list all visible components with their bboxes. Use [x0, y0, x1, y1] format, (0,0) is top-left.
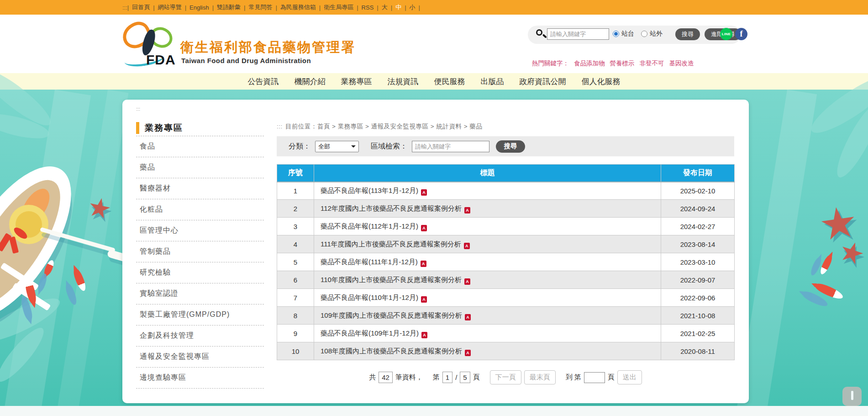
- document-link[interactable]: 111年度國內上市後藥品不良反應通報案例分析: [321, 240, 461, 248]
- sidebar-item-gmp-gdp[interactable]: 製藥工廠管理(GMP/GDP): [136, 304, 264, 325]
- site-title-chinese: 衛生福利部食品藥物管理署: [180, 38, 356, 57]
- sidebar-item-border-inspection[interactable]: 邊境查驗專區: [136, 368, 264, 389]
- publish-date: 2023-08-14: [661, 235, 735, 253]
- document-link[interactable]: 藥品不良品年報(111年1月-12月): [321, 258, 418, 266]
- category-select[interactable]: 全部: [315, 141, 359, 152]
- region-search-label: 區域檢索：: [371, 142, 407, 151]
- nav-about[interactable]: 機關介紹: [295, 76, 326, 87]
- column-header-no: 序號: [277, 165, 314, 182]
- sidebar-item-lab-accreditation[interactable]: 實驗室認證: [136, 283, 264, 304]
- hot-keyword-nutrition-label[interactable]: 營養標示: [610, 59, 635, 68]
- search-icon: [536, 29, 542, 36]
- next-page-button[interactable]: 下一頁: [490, 370, 521, 384]
- sidebar-item-drugs[interactable]: 藥品: [136, 157, 264, 178]
- topbar-link-home[interactable]: 回首頁: [129, 3, 153, 11]
- row-number: 9: [277, 325, 314, 342]
- hot-keyword-gmo[interactable]: 基因改造: [669, 59, 694, 68]
- nav-personalized-services[interactable]: 個人化服務: [582, 76, 621, 87]
- nav-regulations[interactable]: 法規資訊: [388, 76, 419, 87]
- sidebar-item-planning-tech[interactable]: 企劃及科技管理: [136, 325, 264, 347]
- goto-suffix: 頁: [608, 373, 615, 382]
- category-label: 分類：: [289, 142, 310, 151]
- site-search-input[interactable]: [547, 28, 609, 40]
- logo-fda-text: FDA: [146, 52, 176, 68]
- nav-business-zone[interactable]: 業務專區: [341, 76, 372, 87]
- publish-date: 2020-08-11: [661, 342, 735, 360]
- document-link[interactable]: 藥品不良品年報(110年1月-12月): [321, 293, 418, 301]
- total-prefix: 共: [369, 373, 376, 382]
- hot-keyword-registration[interactable]: 非登不可: [640, 59, 664, 68]
- topbar-link-font-large[interactable]: 大: [379, 3, 391, 11]
- document-link[interactable]: 藥品不良品年報(112年1月-12月): [321, 222, 418, 230]
- sidebar-item-medical-devices[interactable]: 醫療器材: [136, 178, 264, 199]
- table-row: 10 108年度國內上市後藥品不良反應通報案例分析A 2020-08-11: [277, 342, 735, 360]
- publish-date: 2025-02-10: [661, 182, 735, 200]
- skip-link: :::: [277, 123, 283, 130]
- pdf-icon: A: [464, 278, 470, 285]
- goto-prefix: 到 第: [566, 373, 581, 382]
- footer-strip: [0, 406, 868, 416]
- table-row: 7 藥品不良品年報(110年1月-12月)A 2022-09-06: [277, 289, 735, 307]
- sidebar: 業務專區 食品 藥品 醫療器材 化粧品 區管理中心 管制藥品 研究檢驗 實驗室認…: [136, 120, 264, 389]
- pdf-icon: A: [421, 261, 426, 267]
- document-link[interactable]: 藥品不良品年報(113年1月-12月): [321, 187, 418, 194]
- table-row: 2 112年度國內上市後藥品不良反應通報案例分析A 2024-09-24: [277, 200, 735, 218]
- document-link[interactable]: 112年度國內上市後藥品不良反應通報案例分析: [321, 204, 462, 212]
- site-header: FDA 衛生福利部食品藥物管理署 Taiwan Food and Drug Ad…: [0, 15, 868, 73]
- publish-date: 2023-03-10: [661, 253, 735, 271]
- radio-site-search[interactable]: [613, 31, 619, 37]
- page-suffix: 頁: [473, 373, 480, 382]
- document-link[interactable]: 108年度國內上市後藥品不良反應通報案例分析: [321, 347, 462, 355]
- filter-search-button[interactable]: 搜尋: [496, 140, 525, 153]
- row-number: 8: [277, 307, 314, 325]
- pdf-icon: A: [421, 225, 427, 231]
- skip-link: :::: [122, 4, 127, 11]
- total-pages: 5: [460, 372, 470, 383]
- document-link[interactable]: 110年度國內上市後藥品不良反應通報案例分析: [321, 276, 462, 283]
- nav-announcements[interactable]: 公告資訊: [248, 76, 279, 87]
- document-link[interactable]: 藥品不良品年報(109年1月-12月): [321, 329, 419, 337]
- hot-keywords: 熱門關鍵字： 食品添加物 營養標示 非登不可 基因改造: [532, 59, 694, 68]
- sidebar-title: 業務專區: [145, 122, 183, 134]
- facebook-icon[interactable]: f: [735, 28, 747, 40]
- sidebar-item-reporting-safety-monitoring[interactable]: 通報及安全監視專區: [136, 347, 264, 368]
- last-page-button[interactable]: 最末頁: [524, 370, 556, 384]
- topbar-link-faq[interactable]: 常見問答: [245, 3, 275, 11]
- filter-bar: 分類： 全部 區域檢索： 搜尋: [277, 136, 734, 156]
- topbar-link-health-bureau-zone[interactable]: 衛生局專區: [321, 3, 357, 11]
- page-slash: /: [455, 373, 457, 381]
- scroll-to-top-button[interactable]: [842, 387, 862, 406]
- sidebar-item-food[interactable]: 食品: [136, 136, 264, 157]
- row-number: 10: [277, 342, 314, 360]
- nav-public-services[interactable]: 便民服務: [434, 76, 465, 87]
- sidebar-item-cosmetics[interactable]: 化粧品: [136, 199, 264, 220]
- radio-external-search[interactable]: [641, 31, 647, 37]
- topbar-link-rss[interactable]: RSS: [358, 4, 377, 11]
- sidebar-item-research-testing[interactable]: 研究檢驗: [136, 262, 264, 283]
- top-utility-bar: ::: |回首頁 |網站導覽 |English |雙語辭彙 |常見問答 |為民服…: [0, 0, 868, 15]
- line-icon[interactable]: LINE: [720, 28, 732, 40]
- hot-keyword-food-additives[interactable]: 食品添加物: [574, 59, 605, 68]
- document-link[interactable]: 109年度國內上市後藥品不良反應通報案例分析: [321, 311, 462, 319]
- table-row: 6 110年度國內上市後藥品不良反應通報案例分析A 2022-09-07: [277, 271, 735, 289]
- goto-submit-button[interactable]: 送出: [617, 370, 642, 384]
- region-search-input[interactable]: [412, 141, 489, 152]
- table-row: 3 藥品不良品年報(112年1月-12月)A 2024-02-27: [277, 218, 735, 235]
- topbar-link-font-small[interactable]: 小: [406, 3, 419, 11]
- pdf-icon: A: [421, 332, 427, 338]
- sidebar-item-controlled-drugs[interactable]: 管制藥品: [136, 241, 264, 262]
- topbar-link-bilingual-glossary[interactable]: 雙語辭彙: [214, 3, 244, 11]
- topbar-link-font-medium[interactable]: 中: [392, 3, 405, 11]
- search-button[interactable]: 搜尋: [675, 28, 700, 40]
- topbar-link-english[interactable]: English: [186, 4, 212, 11]
- goto-page-input[interactable]: [584, 372, 605, 383]
- nav-publications[interactable]: 出版品: [481, 76, 504, 87]
- pdf-icon: A: [421, 296, 427, 303]
- sidebar-item-regional-center[interactable]: 區管理中心: [136, 220, 264, 241]
- topbar-link-citizen-mailbox[interactable]: 為民服務信箱: [277, 3, 319, 11]
- pdf-icon: A: [421, 189, 427, 196]
- topbar-link-sitemap[interactable]: 網站導覽: [155, 3, 185, 11]
- results-table: 序號 標題 發布日期 1 藥品不良品年報(113年1月-12月)A 2025-0…: [277, 164, 735, 360]
- publish-date: 2021-02-25: [661, 325, 735, 342]
- nav-gov-info-disclosure[interactable]: 政府資訊公開: [520, 76, 566, 87]
